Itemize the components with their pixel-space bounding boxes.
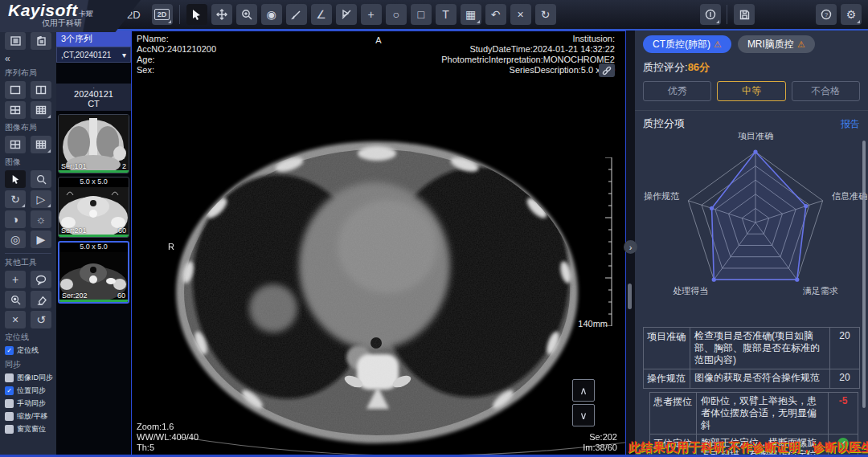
section-sync: 同步 xyxy=(5,359,51,370)
logo-text: Kayisoft xyxy=(8,1,78,19)
layout-2d-button[interactable]: 2D xyxy=(152,4,173,25)
cursor-tool-button[interactable] xyxy=(186,4,207,25)
orientation-left-marker: R xyxy=(168,242,174,252)
series-list-button[interactable] xyxy=(5,32,26,50)
eraser-button[interactable] xyxy=(31,291,51,308)
thickness-line: Th:5 xyxy=(137,443,199,453)
localizer-checkbox[interactable] xyxy=(5,346,14,355)
rectangle-icon: □ xyxy=(417,9,424,20)
image-invert-button[interactable]: ◑ xyxy=(5,210,26,228)
close-icon: × xyxy=(518,9,524,20)
institution-line: Institusion: xyxy=(441,34,615,44)
toolbar-separator-2 xyxy=(727,5,727,24)
roi-magnify-button[interactable] xyxy=(5,291,26,308)
magnifier-roi-icon xyxy=(10,295,21,305)
thumbnail-series-201[interactable]: 5.0 x 5.0 Ser:20160 xyxy=(58,177,129,238)
series-list-icon xyxy=(10,36,21,46)
expand-panel-button[interactable]: › xyxy=(624,240,637,254)
image-target-button[interactable]: ◎ xyxy=(5,231,26,248)
image-rotate-button[interactable]: ↻ xyxy=(5,190,26,208)
radar-svg: 项目准确信息准确满足需求处理得当操作规范 xyxy=(643,133,868,320)
sync-position-row[interactable]: 位置同步 xyxy=(5,386,51,396)
crosshair-button[interactable]: + xyxy=(5,271,26,288)
angle-tool-button[interactable]: ∠ xyxy=(311,4,332,25)
window-level-button[interactable]: ◉ xyxy=(261,4,282,25)
section-localizer: 定位线 xyxy=(5,332,51,343)
previous-image-button[interactable]: ∧ xyxy=(572,379,595,402)
section-image: 图像 xyxy=(5,157,51,168)
image-layout-3x3-button[interactable] xyxy=(31,136,51,153)
sync-manual-checkbox[interactable] xyxy=(5,399,14,408)
rect-roi-button[interactable]: □ xyxy=(411,4,432,25)
zoom-tool-button[interactable] xyxy=(236,4,257,25)
next-image-button[interactable]: ∨ xyxy=(572,404,595,426)
magnifier-icon xyxy=(36,174,47,185)
thumb-progress-bar xyxy=(59,235,129,237)
report-panel-button[interactable] xyxy=(31,32,51,50)
tab-mri-qc[interactable]: MRI脑质控 ⚠ xyxy=(738,35,815,53)
reset-view-button[interactable]: ↺ xyxy=(31,311,51,328)
grade-buttons: 优秀 中等 不合格 xyxy=(643,81,860,101)
series-layout-1x2-button[interactable] xyxy=(31,81,51,99)
row-score: 20 xyxy=(830,369,859,388)
thumb-header: 5.0 x 5.0 xyxy=(59,243,128,252)
settings-button[interactable]: ⚙ xyxy=(841,4,862,25)
target-icon: ◎ xyxy=(10,234,20,245)
pan-tool-button[interactable] xyxy=(211,4,232,25)
help-icon: ? xyxy=(821,9,832,20)
grade-excellent-button[interactable]: 优秀 xyxy=(643,81,711,101)
report-link[interactable]: 报告 xyxy=(841,117,860,131)
image-grid-button[interactable]: ▦ xyxy=(461,4,481,25)
study-select[interactable]: ,CT,20240121 ▾ xyxy=(56,47,131,63)
series-layout-3x3-button[interactable] xyxy=(31,101,51,119)
cobb-angle-button[interactable] xyxy=(336,4,357,25)
delete-annotation-button[interactable]: × xyxy=(510,4,531,25)
qc-panel-scrollbar[interactable] xyxy=(862,141,866,408)
image-magnify-button[interactable] xyxy=(31,170,51,188)
link-series-button[interactable] xyxy=(599,63,615,77)
sync-window-checkbox[interactable] xyxy=(5,425,14,434)
sync-manual-row[interactable]: 手动同步 xyxy=(5,398,51,409)
reset-button[interactable]: ↻ xyxy=(535,4,556,25)
collapse-sidebar-button[interactable]: « xyxy=(5,53,51,64)
sync-zoom-pan-row[interactable]: 缩放/平移 xyxy=(5,411,51,422)
info-button[interactable] xyxy=(700,4,721,25)
grade-fail-button[interactable]: 不合格 xyxy=(792,81,860,101)
measure-tool-button[interactable] xyxy=(286,4,307,25)
chevron-down-icon: ▾ xyxy=(122,51,126,59)
tab-ct-qc[interactable]: CT质控(肺部) ⚠ xyxy=(643,35,731,53)
main-viewport[interactable]: PName: AccNO:2401210200 Age: Sex: A R In… xyxy=(131,31,626,457)
comment-button[interactable] xyxy=(31,271,51,288)
cine-play-button[interactable]: ▶ xyxy=(31,231,51,248)
grade-medium-button[interactable]: 中等 xyxy=(717,81,785,101)
localizer-checkbox-row[interactable]: 定位线 xyxy=(5,345,51,356)
image-scrollbar[interactable] xyxy=(628,284,632,309)
rotate-icon: ↻ xyxy=(10,194,20,205)
image-flip-button[interactable]: ▷ xyxy=(31,190,51,208)
sync-window-row[interactable]: 窗宽窗位 xyxy=(5,424,51,435)
thumbnail-series-202[interactable]: 5.0 x 5.0 Ser:20260 xyxy=(58,241,129,304)
series-layout-1x1-button[interactable] xyxy=(5,81,26,99)
undo-button[interactable]: ↶ xyxy=(485,4,506,25)
sync-image-id-row[interactable]: 图像ID同步 xyxy=(5,373,51,383)
probe-tool-button[interactable]: + xyxy=(361,4,382,25)
help-button[interactable]: ? xyxy=(816,4,837,25)
cross-icon: + xyxy=(368,9,375,20)
ellipse-roi-button[interactable]: ○ xyxy=(386,4,407,25)
delete-all-button[interactable]: × xyxy=(5,311,26,328)
sync-zoom-pan-checkbox[interactable] xyxy=(5,412,14,421)
series-layout-2x2-button[interactable] xyxy=(5,101,26,119)
series-group-header[interactable]: . 20240121 CT xyxy=(56,84,131,111)
sync-image-id-checkbox[interactable] xyxy=(5,373,14,382)
row-penalty-score: -5 xyxy=(829,393,858,434)
accno-line: AccNO:2401210200 xyxy=(137,44,216,55)
sync-position-checkbox[interactable] xyxy=(5,386,14,395)
thumbnail-scout[interactable]: Ser:1012 xyxy=(58,114,129,173)
text-annotation-button[interactable]: T xyxy=(436,4,457,25)
image-cursor-button[interactable] xyxy=(5,170,26,188)
image-layout-2x2-button[interactable] xyxy=(5,136,26,153)
image-brightness-button[interactable]: ☼ xyxy=(31,210,51,228)
sync-window-label: 窗宽窗位 xyxy=(17,424,46,435)
save-button[interactable] xyxy=(734,4,755,25)
group-modality: CT xyxy=(56,99,131,108)
